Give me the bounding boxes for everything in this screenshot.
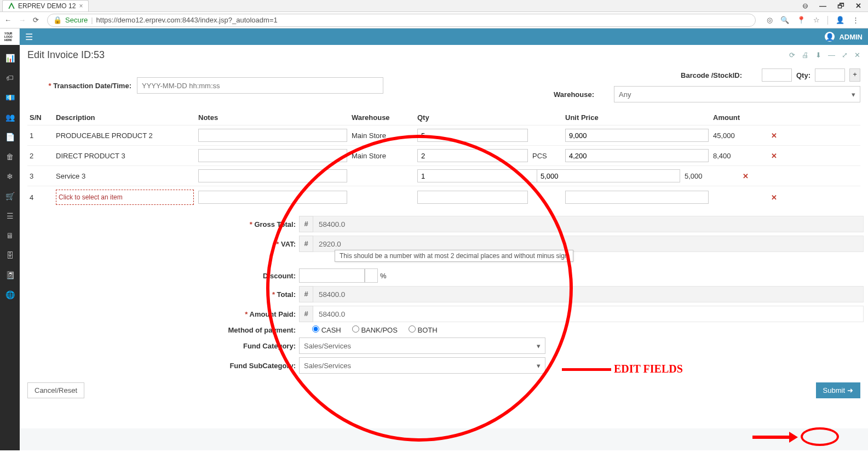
close-tab-icon[interactable]: × [79, 2, 83, 10]
total-input[interactable] [313, 286, 864, 302]
tab-title: ERPREV DEMO 12 [18, 2, 76, 10]
browser-tab[interactable]: ERPREV DEMO 12 × [2, 0, 89, 12]
payment-radio-cash[interactable]: CASH [312, 325, 341, 334]
menu-dots-icon[interactable]: ⋮ [852, 16, 859, 25]
sidebar-icon-book[interactable]: 📓 [0, 265, 20, 285]
table-row: 1 PRODUCEABLE PRODUCT 2 Main Store 45,00… [27, 125, 860, 145]
sidebar-icon-tag[interactable]: 🏷 [0, 68, 20, 88]
forward-icon[interactable]: → [19, 16, 27, 25]
row-price-input[interactable] [565, 129, 709, 142]
cancel-button[interactable]: Cancel/Reset [27, 382, 84, 398]
menu-toggle-icon[interactable]: ☰ [25, 32, 33, 42]
arrow-right-icon: ➜ [847, 386, 853, 394]
payment-radio-bank[interactable]: BANK/POS [352, 325, 398, 334]
app-logo: YOURLOGOHERE [0, 28, 20, 45]
user-avatar-icon[interactable]: 👤 [825, 32, 835, 42]
minimize-panel-icon[interactable]: — [828, 51, 835, 59]
url-text: https://demo12.erprev.com:8443/index.jsp… [96, 16, 278, 24]
total-label: Total: [20, 290, 299, 299]
chevron-down-icon: ▾ [537, 342, 541, 350]
row-qty-input[interactable] [417, 129, 528, 142]
sidebar-icon-trash[interactable]: 🗑 [0, 147, 20, 167]
row-price-input[interactable] [565, 191, 709, 204]
svg-text:HERE: HERE [4, 39, 12, 42]
row-price-input[interactable] [565, 149, 709, 162]
table-row: 4 Click to select an item ✕ [27, 186, 860, 208]
sidebar-icon-cart[interactable]: 🛒 [0, 186, 20, 206]
sidebar-icon-money[interactable]: 💶 [0, 88, 20, 107]
user-name[interactable]: ADMIN [839, 33, 863, 41]
close-panel-icon[interactable]: ✕ [854, 51, 860, 59]
annotation-arrow-head [789, 432, 798, 443]
sidebar-icon-db[interactable]: 🗄 [0, 245, 20, 265]
target-icon[interactable]: ◎ [767, 16, 773, 25]
row-warehouse: Main Store [349, 148, 415, 163]
panel-title: Edit Invoice ID:53 [27, 49, 105, 61]
url-bar[interactable]: 🔒 Secure | https://demo12.erprev.com:844… [47, 14, 756, 27]
vat-tooltip: This should be a number with at most 2 d… [335, 250, 573, 262]
row-notes-input[interactable] [198, 169, 347, 182]
circle-icon[interactable]: ⊖ [802, 2, 808, 10]
zoom-icon[interactable]: 🔍 [780, 16, 789, 25]
payment-radio-both[interactable]: BOTH [409, 325, 438, 334]
row-description[interactable]: Service 3 [54, 169, 196, 184]
annotation-submit-oval [801, 427, 839, 446]
fund-category-select[interactable]: Sales/Services▾ [299, 337, 545, 354]
row-description[interactable]: PRODUCEABLE PRODUCT 2 [54, 128, 196, 143]
refresh-icon[interactable]: ⟳ [789, 51, 795, 59]
row-warehouse [349, 173, 415, 179]
transaction-date-input[interactable] [137, 77, 383, 94]
row-description[interactable]: DIRECT PRODUCT 3 [54, 148, 196, 163]
row-qty-input[interactable] [417, 149, 528, 162]
reload-icon[interactable]: ⟳ [33, 16, 42, 25]
row-warehouse: Main Store [349, 128, 415, 143]
sidebar-icon-monitor[interactable]: 🖥 [0, 226, 20, 245]
profile-icon[interactable]: 👤 [836, 16, 844, 25]
sidebar-icon-dashboard[interactable]: 📊 [0, 48, 20, 68]
table-row: 3 Service 3 5,000 ✕ [27, 165, 860, 186]
add-line-button[interactable]: + [849, 68, 860, 82]
row-notes-input[interactable] [198, 129, 347, 142]
discount-pct-input[interactable] [365, 268, 378, 283]
print-icon[interactable]: 🖨 [802, 51, 809, 59]
back-icon[interactable]: ← [4, 16, 13, 25]
star-icon[interactable]: ☆ [813, 16, 820, 25]
sidebar-icon-globe[interactable]: 🌐 [0, 285, 20, 305]
amount-paid-label: Amount Paid: [20, 310, 299, 318]
row-qty-input[interactable] [417, 191, 528, 204]
window-close-icon[interactable]: ✕ [855, 2, 861, 10]
window-restore-icon[interactable]: 🗗 [837, 2, 844, 10]
warehouse-label: Warehouse: [554, 90, 594, 99]
download-icon[interactable]: ⬇ [815, 51, 821, 59]
svg-text:YOUR: YOUR [4, 32, 13, 35]
pin-icon[interactable]: 📍 [797, 16, 806, 25]
barcode-input[interactable] [762, 68, 792, 82]
amount-paid-input[interactable] [313, 306, 864, 322]
sidebar-icon-users[interactable]: 👥 [0, 107, 20, 127]
warehouse-select[interactable]: Any ▾ [614, 86, 860, 102]
select-item-placeholder[interactable]: Click to select an item [56, 190, 194, 205]
delete-row-icon[interactable]: ✕ [766, 148, 782, 163]
sidebar-icon-list[interactable]: ☰ [0, 206, 20, 226]
row-price-input[interactable] [537, 169, 680, 182]
delete-row-icon[interactable]: ✕ [766, 190, 782, 205]
gross-total-input[interactable] [313, 216, 864, 232]
sidebar-icon-doc[interactable]: 📄 [0, 127, 20, 147]
barcode-label: Barcode /StockID: [681, 71, 742, 79]
discount-input[interactable] [299, 268, 365, 283]
expand-panel-icon[interactable]: ⤢ [842, 51, 848, 59]
window-minimize-icon[interactable]: — [819, 2, 826, 10]
browser-nav-bar: ← → ⟳ 🔒 Secure | https://demo12.erprev.c… [0, 12, 868, 28]
row-notes-input[interactable] [198, 191, 347, 204]
qty-input[interactable] [815, 68, 845, 82]
row-amount: 45,000 [711, 128, 766, 143]
delete-row-icon[interactable]: ✕ [737, 169, 754, 184]
lock-icon: 🔒 [53, 16, 62, 24]
submit-button[interactable]: Submit➜ [816, 382, 860, 398]
sidebar-icon-gear[interactable]: ❄ [0, 167, 20, 186]
row-notes-input[interactable] [198, 149, 347, 162]
annotation-label: EDIT FIELDS [614, 363, 683, 375]
delete-row-icon[interactable]: ✕ [766, 128, 782, 143]
fund-subcategory-select[interactable]: Sales/Services▾ [299, 357, 545, 374]
row-amount: 5,000 [682, 169, 737, 184]
